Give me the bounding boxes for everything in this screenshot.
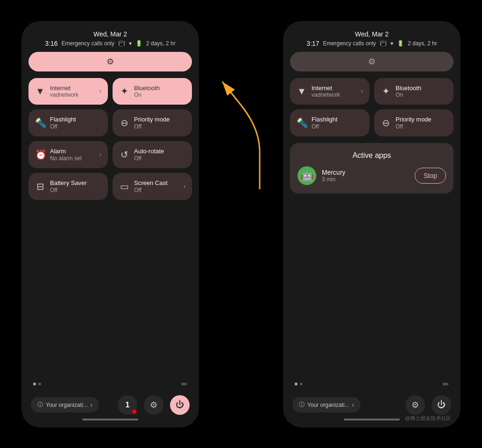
priority-subtitle: Off (134, 123, 170, 130)
right-priority-subtitle: Off (396, 123, 432, 130)
left-tile-internet[interactable]: ▼ Internet vadnetwork › (28, 78, 108, 105)
right-dot-2 (300, 383, 303, 385)
left-tile-priority[interactable]: ⊖ Priority mode Off (113, 109, 192, 136)
right-dot-1 (295, 383, 298, 385)
left-settings-button[interactable]: ⚙ (144, 395, 163, 415)
right-bluetooth-tile-text: Bluetooth On (396, 85, 421, 99)
left-tile-flashlight[interactable]: 🔦 Flashlight Off (28, 109, 108, 136)
wifi-icon: ▼ (35, 86, 45, 97)
right-internet-arrow: › (361, 88, 363, 94)
bluetooth-icon: ✦ (119, 85, 129, 97)
alarm-tile-text: Alarm No alarm set (50, 148, 82, 162)
left-tile-battery-saver[interactable]: ⊟ Battery Saver Off (28, 173, 108, 200)
notification-dot (132, 410, 136, 414)
right-settings-gear-icon: ⚙ (411, 400, 419, 410)
left-org-pill[interactable]: ⓘ Your organizati... › (31, 397, 99, 412)
right-time: 3:17 (306, 40, 319, 47)
right-org-text: Your organizati... (307, 402, 349, 408)
right-battery-icon: 🔋 (397, 40, 404, 47)
right-tile-flashlight[interactable]: 🔦 Flashlight Off (290, 109, 369, 136)
flashlight-subtitle: Off (50, 123, 76, 130)
left-brightness-bar[interactable]: ⚙ (28, 52, 192, 71)
right-status-row: 3:17 Emergency calls only 📳 ▾ 🔋 2 days, … (306, 40, 437, 47)
right-settings-button[interactable]: ⚙ (405, 395, 425, 415)
left-vibrate-icon: 📳 (118, 40, 125, 47)
right-power-button[interactable]: ⏻ (432, 395, 451, 415)
screenshots-container: Wed, Mar 2 3:16 Emergency calls only 📳 ▾… (21, 21, 461, 427)
right-tile-row-0: ▼ Internet vadnetwork › ✦ Bluetooth On (290, 78, 454, 105)
left-date: Wed, Mar 2 (93, 30, 127, 38)
right-org-arrow-icon: › (352, 402, 354, 408)
left-org-text: Your organizati... (46, 402, 88, 408)
autorotate-tile-text: Auto-rotate Off (134, 148, 164, 162)
left-quick-tiles: ▼ Internet vadnetwork › ✦ Bluetooth On (28, 78, 192, 377)
left-home-indicator (82, 419, 138, 420)
arrow-container (213, 58, 269, 199)
right-dots-row: ✏ (290, 378, 454, 391)
screencast-subtitle: Off (134, 187, 168, 193)
alarm-icon: ⏰ (35, 149, 45, 160)
left-tile-row-2: ⏰ Alarm No alarm set › ↺ Auto-rotate Off (28, 141, 192, 168)
right-tile-bluetooth[interactable]: ✦ Bluetooth On (374, 78, 454, 105)
right-internet-subtitle: vadnetwork (312, 92, 340, 98)
alarm-subtitle: No alarm set (50, 155, 82, 162)
left-power-button[interactable]: ⏻ (170, 395, 190, 415)
stop-button[interactable]: Stop (415, 168, 446, 184)
autorotate-icon: ↺ (119, 149, 129, 160)
right-priority-title: Priority mode (396, 116, 432, 123)
alarm-arrow-icon: › (99, 151, 101, 158)
app-info: Mercury 3 min (322, 169, 409, 183)
right-status-bar: Wed, Mar 2 3:17 Emergency calls only 📳 ▾… (290, 30, 454, 47)
right-edit-icon[interactable]: ✏ (443, 380, 449, 389)
left-bottom-icons: 1 ⚙ ⏻ (118, 395, 190, 415)
flashlight-tile-text: Flashlight Off (50, 116, 76, 130)
right-battery-text: 2 days, 2 hr (408, 40, 437, 47)
right-internet-tile-text: Internet vadnetwork (312, 85, 340, 99)
active-apps-section: Active apps 🤖 Mercury 3 min Stop (290, 143, 454, 193)
right-tile-priority[interactable]: ⊖ Priority mode Off (374, 109, 454, 136)
right-power-icon: ⏻ (437, 400, 446, 410)
right-brightness-bar[interactable]: ⚙ (290, 52, 454, 71)
left-brightness-icon: ⚙ (106, 57, 114, 67)
right-wifi-icon: ▾ (390, 40, 393, 47)
left-tile-row-1: 🔦 Flashlight Off ⊖ Priority mode Off (28, 109, 192, 136)
notification-button[interactable]: 1 (118, 395, 137, 415)
right-quick-tiles: ▼ Internet vadnetwork › ✦ Bluetooth On (290, 78, 454, 377)
app-row: 🤖 Mercury 3 min Stop (298, 166, 446, 185)
right-home-indicator (344, 419, 400, 420)
right-priority-icon: ⊖ (381, 117, 391, 128)
right-bluetooth-subtitle: On (396, 92, 421, 98)
autorotate-subtitle: Off (134, 155, 164, 162)
left-tile-screencast[interactable]: ▭ Screen Cast Off › (113, 173, 192, 200)
left-tile-autorotate[interactable]: ↺ Auto-rotate Off (113, 141, 192, 168)
right-flashlight-title: Flashlight (312, 116, 338, 123)
priority-tile-text: Priority mode Off (134, 116, 170, 130)
left-status-text: Emergency calls only (62, 40, 114, 47)
battery-saver-subtitle: Off (50, 187, 87, 193)
right-flashlight-tile-text: Flashlight Off (312, 116, 338, 130)
right-tile-internet[interactable]: ▼ Internet vadnetwork › (290, 78, 369, 105)
screencast-icon: ▭ (119, 181, 129, 192)
mercury-app-icon: 🤖 (298, 166, 316, 185)
left-battery-icon: 🔋 (135, 40, 142, 47)
right-vibrate-icon: 📳 (380, 40, 387, 47)
dot-2 (38, 383, 41, 385)
internet-title: Internet (50, 85, 78, 92)
notification-count: 1 (126, 401, 130, 409)
screencast-tile-text: Screen Cast Off (134, 179, 168, 193)
left-phone: Wed, Mar 2 3:16 Emergency calls only 📳 ▾… (21, 21, 199, 427)
left-tile-alarm[interactable]: ⏰ Alarm No alarm set › (28, 141, 108, 168)
power-icon: ⏻ (176, 400, 184, 410)
right-tile-row-1: 🔦 Flashlight Off ⊖ Priority mode Off (290, 109, 454, 136)
right-org-pill[interactable]: ⓘ Your organizati... › (292, 397, 361, 412)
left-edit-icon[interactable]: ✏ (181, 380, 187, 389)
android-icon: 🤖 (301, 170, 313, 182)
right-info-icon: ⓘ (299, 401, 305, 409)
info-icon: ⓘ (37, 401, 43, 409)
left-tile-bluetooth[interactable]: ✦ Bluetooth On (113, 78, 192, 105)
left-time: 3:16 (45, 40, 57, 47)
left-status-row: 3:16 Emergency calls only 📳 ▾ 🔋 2 days, … (45, 40, 175, 47)
org-arrow-icon: › (91, 402, 92, 408)
left-tile-row-3: ⊟ Battery Saver Off ▭ Screen Cast Off › (28, 173, 192, 200)
connecting-arrow (213, 58, 269, 199)
